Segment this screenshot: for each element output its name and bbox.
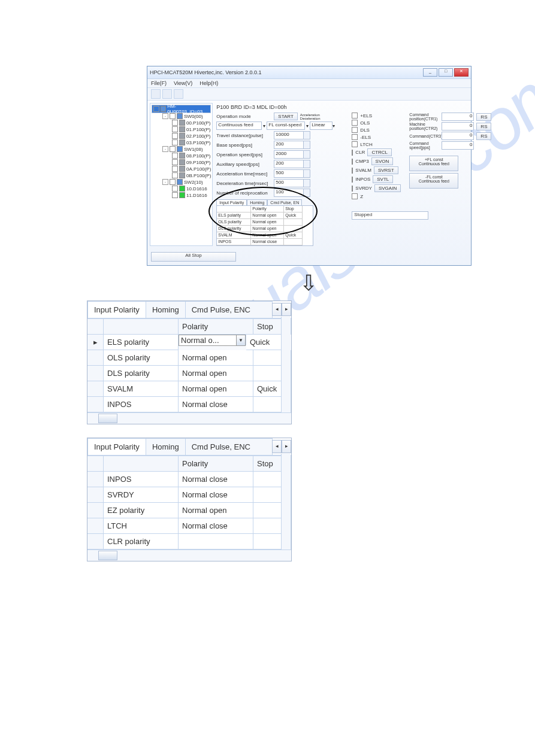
spinner[interactable] [304,189,310,197]
plus-fl-button[interactable]: +FL constContinuous feed [409,156,458,171]
vertical-scrollbar[interactable] [281,317,291,412]
grid-cell[interactable]: INPOS [217,239,251,245]
grid-cell[interactable]: CLR polarity [104,534,179,549]
polarity-select[interactable]: Normal o... [179,335,237,346]
help-icon[interactable] [174,89,183,99]
tab-cmd-pulse[interactable]: Cmd Pulse, ENC [185,301,273,318]
rs-button[interactable]: RS [476,113,491,121]
grid-cell[interactable]: SVALM [104,381,179,397]
grid-cell[interactable]: EZ polarity [104,503,179,518]
collapse-icon[interactable]: - [162,146,168,152]
rs-button[interactable]: RS [476,132,491,140]
checkbox[interactable] [172,192,178,198]
grid-cell[interactable]: ELS polarity [104,335,179,350]
scroll-thumb[interactable] [98,414,117,423]
tab-scroll-right[interactable]: ▸ [282,440,291,453]
spinner[interactable] [304,131,310,139]
grid-cell[interactable]: Quick [284,212,303,219]
grid-cell[interactable]: Normal open [179,350,253,366]
grid-cell[interactable]: Normal close [179,397,253,412]
flconst-select[interactable]: FL const-speed [267,122,305,130]
menu-help[interactable]: Help(H) [200,80,218,86]
grid-cell[interactable]: Normal close [179,487,253,503]
opspeed-input[interactable]: 2000 [274,150,304,159]
minus-fl-button[interactable]: -FL constContinuous feed [409,173,458,189]
tree-item[interactable]: 00.P100(P) [186,120,210,126]
checkbox[interactable] [170,179,176,185]
spinner[interactable] [304,150,310,159]
grid-cell[interactable]: Quick [246,335,284,350]
atime-input[interactable]: 500 [274,169,304,178]
tab-homing[interactable]: Homing [146,438,186,455]
grid-cell[interactable]: SVRDY [104,487,179,503]
grid-cell[interactable]: LTCH [104,518,179,534]
grid-cell[interactable]: INPOS [104,397,179,412]
grid-cell[interactable]: DLS polarity [104,366,179,381]
tab-input-polarity[interactable]: Input Polarity [87,301,146,318]
tree-item[interactable]: 08.P100(P) [186,153,210,159]
spinner[interactable] [304,160,310,168]
ctrcl-button[interactable]: CTRCL [367,148,392,156]
tab-homing[interactable]: Homing [146,301,186,318]
grid-cell[interactable]: Normal close [179,472,253,487]
tab-input-polarity[interactable]: Input Polarity [87,438,146,455]
checkbox[interactable] [172,120,178,126]
grid-cell[interactable]: INPOS [104,472,179,487]
spinner[interactable] [304,179,310,187]
close-button[interactable]: ✕ [454,68,468,77]
menu-file[interactable]: File(F) [151,80,167,86]
tree-group[interactable]: SW1(08) [184,147,203,152]
grid-cell[interactable]: Normal open [251,226,284,232]
checkbox[interactable] [172,186,178,192]
collapse-icon[interactable]: - [162,113,168,119]
tab-scroll-left[interactable]: ◂ [272,440,282,453]
grid-cell[interactable]: Quick [284,232,303,239]
grid-cell[interactable]: OLS polarity [104,350,179,366]
grid-cell[interactable]: Normal open [251,232,284,239]
grid-cell[interactable]: Normal open [179,381,253,397]
svtl-button[interactable]: SVTL [373,175,393,183]
checkbox[interactable] [172,166,178,172]
grid-cell[interactable]: Normal close [251,239,284,245]
grid-cell[interactable]: Normal open [251,219,284,226]
base-input[interactable]: 200 [274,141,304,149]
tree-group[interactable]: SW2(10) [184,180,203,185]
tab-scroll-left[interactable]: ◂ [272,303,282,316]
device-tree[interactable]: -HM-0U00T03_ID=03 -SW0(00) 00.P100(P) 01… [150,103,213,246]
tree-item[interactable]: 0A.P100(P) [186,166,211,172]
travel-input[interactable]: 10000 [274,131,304,139]
tree-item[interactable]: 0B.P100(P) [186,173,211,178]
grid-cell[interactable]: Normal open [179,503,253,518]
tab-cmd-pulse[interactable]: Cmd Pulse, EN [267,199,302,206]
save-icon[interactable] [162,89,172,99]
checkbox[interactable] [172,172,178,178]
grid-cell[interactable] [179,534,253,549]
scroll-thumb[interactable] [98,551,117,560]
aux-input[interactable]: 200 [274,160,304,168]
svon-button[interactable]: SVON [371,157,394,165]
grid-cell[interactable] [284,226,303,232]
checkbox[interactable] [170,146,176,152]
vertical-scrollbar[interactable] [281,454,291,549]
start-button[interactable]: START [274,113,297,120]
checkbox[interactable] [172,153,178,159]
grid-cell[interactable]: SVALM [217,232,251,239]
collapse-icon[interactable]: - [153,106,159,112]
open-icon[interactable] [151,89,161,99]
minimize-button[interactable]: _ [423,68,437,77]
all-stop-button[interactable]: All Stop [151,252,236,262]
grid-cell[interactable]: DLS polarity [217,226,251,232]
collapse-icon[interactable]: - [162,179,168,185]
maximize-button[interactable]: □ [439,68,453,77]
grid-cell[interactable]: Normal open [251,212,284,219]
grid-cell[interactable] [284,239,303,245]
tree-item[interactable]: 02.P100(P) [186,133,210,139]
checkbox[interactable] [172,126,178,132]
checkbox[interactable] [172,139,178,145]
chevron-down-icon[interactable]: ▼ [237,335,246,346]
tab-scroll-right[interactable]: ▸ [282,303,291,316]
dtime-input[interactable]: 500 [274,179,304,187]
tree-item[interactable]: 11.D1616 [186,193,207,198]
tab-cmd-pulse[interactable]: Cmd Pulse, ENC [185,438,273,455]
menu-view[interactable]: View(V) [174,80,192,86]
